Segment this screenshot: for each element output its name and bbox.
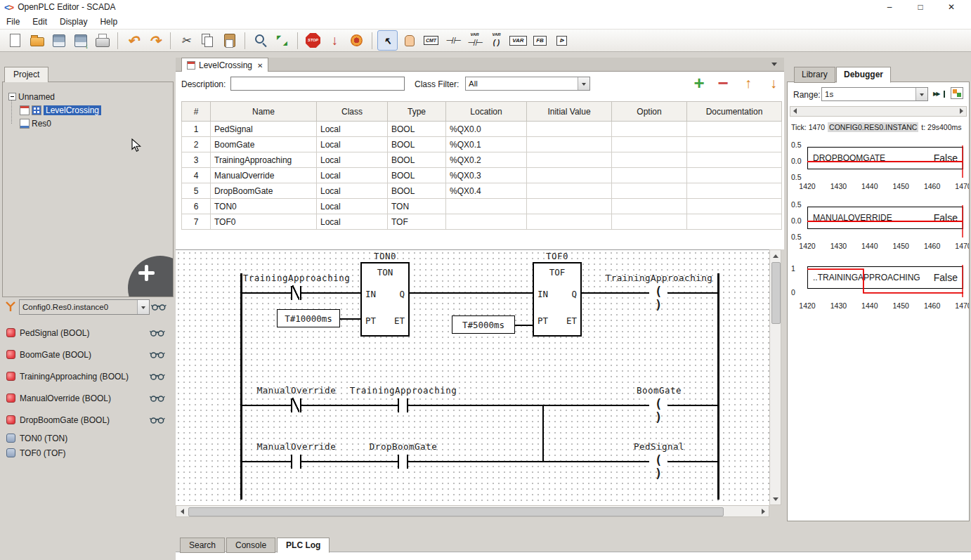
var-table-cell[interactable] [527,214,612,230]
var-table-cell[interactable]: 4 [182,168,211,183]
remove-variable-button[interactable]: − [712,73,734,93]
chevron-down-icon[interactable] [137,300,149,314]
variable-tool-icon[interactable]: VAR [508,30,528,51]
var-table-cell[interactable]: Local [317,152,388,168]
tree-item-unnamed[interactable]: Unnamed [18,92,55,102]
var-table-cell[interactable]: BOOL [388,137,446,152]
var-table-cell[interactable]: 1 [182,122,211,137]
debug-plot[interactable]: 10..TRAININGAPPROACHINGFalse142014301440… [789,261,967,310]
ton-block[interactable]: TON IN Q PT ET [360,262,410,337]
new-file-icon[interactable] [5,30,25,51]
add-variable-button[interactable]: + [689,73,710,93]
class-filter-select[interactable]: All [465,77,590,91]
var-table-cell[interactable]: TON0 [211,199,317,214]
nc-contact[interactable] [291,398,301,412]
debug-variable-row[interactable]: TON0 (TON) [2,431,172,445]
debug-plot[interactable]: 0.50.00.5MANUALOVERRIDEFalse142014301440… [789,201,967,250]
debug-variable-row[interactable]: TrainingApproaching (BOOL) [2,365,172,387]
debug-variable-row[interactable]: PedSignal (BOOL) [2,322,172,344]
nc-contact[interactable] [291,286,301,300]
copy-icon[interactable] [197,30,218,51]
chevron-down-icon[interactable] [915,88,927,100]
tree-expander-icon[interactable] [8,93,16,100]
block-tool-icon[interactable]: FB [530,30,550,51]
coil-tool-icon[interactable]: VAR( ) [486,30,507,51]
no-contact[interactable] [398,455,408,469]
literal-value-box[interactable]: T#10000ms [277,309,340,327]
var-table-cell[interactable]: TOF0 [211,214,317,230]
var-table-cell[interactable] [612,199,687,214]
var-table-cell[interactable] [612,152,687,168]
add-button[interactable] [128,256,174,297]
watch-glasses-icon[interactable] [150,329,165,337]
menu-help[interactable]: Help [93,15,124,28]
var-table-cell[interactable] [687,199,782,214]
tab-debugger[interactable]: Debugger [836,67,891,83]
debug-variable-row[interactable]: DropBoomGate (BOOL) [2,409,172,431]
debug-variable-row[interactable]: BoomGate (BOOL) [2,344,172,365]
instance-selector[interactable]: Config0.Res0.instance0 [19,299,150,315]
tab-library[interactable]: Library [794,67,835,83]
var-table-cell[interactable]: 7 [182,214,211,230]
var-table-cell[interactable] [687,168,782,183]
var-table-cell[interactable] [527,137,612,152]
var-table-cell[interactable] [527,183,612,199]
var-table-cell[interactable]: Local [317,122,388,137]
var-table-cell[interactable]: TON [388,199,446,214]
watch-glasses-icon[interactable] [150,351,165,359]
var-table-row[interactable]: 5DropBoomGateLocalBOOL%QX0.4 [182,183,782,199]
minimize-button[interactable]: – [874,2,905,12]
debug-plot[interactable]: 0.50.00.5DROPBOOMGATEFalse14201430144014… [789,141,967,190]
var-table-cell[interactable]: BoomGate [211,137,317,152]
connection-tool-icon[interactable]: ⊳ [552,30,572,51]
move-up-button[interactable]: ↑ [738,73,759,93]
canvas-horizontal-scrollbar[interactable] [176,505,769,517]
paste-icon[interactable] [219,30,240,51]
tab-console[interactable]: Console [226,538,275,553]
scroll-down-icon[interactable] [770,494,781,504]
var-table-cell[interactable] [446,199,527,214]
scroll-up-icon[interactable] [770,250,781,261]
print-icon[interactable] [92,30,112,51]
var-table-cell[interactable] [527,199,612,214]
undo-icon[interactable]: ↶ [123,30,143,51]
var-table-row[interactable]: 3TrainingApproachingLocalBOOL%QX0.2 [182,152,782,168]
var-table-cell[interactable]: Local [317,168,388,183]
var-table-cell[interactable] [612,137,687,152]
move-down-button[interactable]: ↓ [763,73,784,93]
var-table-cell[interactable]: TOF [388,214,446,230]
var-table-cell[interactable]: BOOL [388,168,446,183]
var-table-cell[interactable] [527,152,612,168]
tab-plc-log[interactable]: PLC Log [277,538,330,553]
var-table-cell[interactable]: Local [317,199,388,214]
search-icon[interactable] [250,30,271,51]
var-table-cell[interactable]: %QX0.0 [446,122,527,137]
tab-levelcrossing[interactable]: LevelCrossing ✕ [181,58,268,72]
watch-glasses-icon[interactable] [150,372,165,381]
fit-zoom-icon[interactable] [272,30,292,51]
coil[interactable]: ( ) [649,398,667,412]
pan-tool-icon[interactable] [399,30,419,51]
tab-list-chevron-icon[interactable] [771,63,777,69]
menu-file[interactable]: File [0,15,26,28]
redo-icon[interactable]: ↷ [145,30,165,51]
var-table-cell[interactable]: Local [317,214,388,230]
var-table-cell[interactable] [687,137,782,152]
var-table-cell[interactable] [446,214,527,230]
var-table-cell[interactable]: DropBoomGate [211,183,317,199]
coil[interactable]: ( ) [649,285,667,299]
ladder-canvas[interactable]: TrainingApproaching TON0 TON IN Q PT ET … [176,249,769,506]
maximize-button[interactable]: □ [905,2,936,12]
debug-variable-row[interactable]: TOF0 (TOF) [2,445,172,460]
tab-project[interactable]: Project [4,67,48,82]
scrollbar-thumb[interactable] [188,507,724,516]
no-contact[interactable] [291,455,301,469]
description-input[interactable] [230,77,405,91]
scrollbar-thumb[interactable] [771,262,781,324]
var-table-cell[interactable]: 2 [182,137,211,152]
var-table-cell[interactable]: %QX0.3 [446,168,527,183]
scroll-left-icon[interactable] [176,506,187,516]
var-table-cell[interactable]: Local [317,137,388,152]
var-table-cell[interactable] [612,168,687,183]
comment-tool-icon[interactable]: CMT [421,30,441,51]
